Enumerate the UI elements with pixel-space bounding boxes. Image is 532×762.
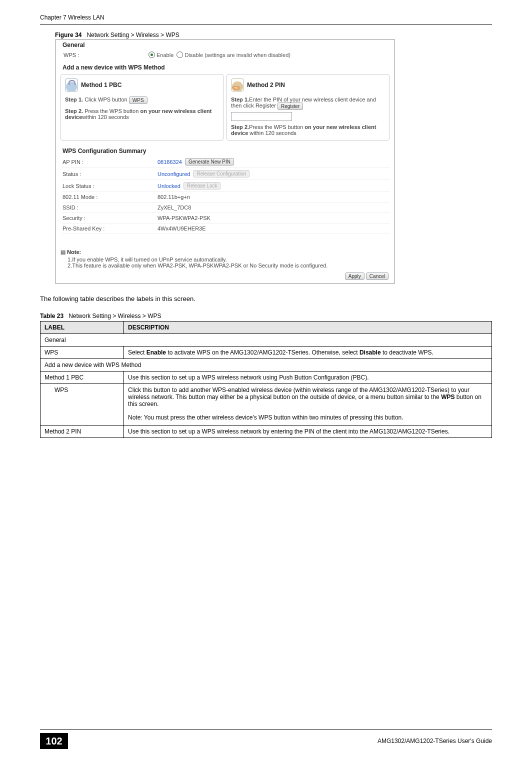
note-line-2: 2.This feature is available only when WP…	[68, 262, 390, 268]
table-title: Network Setting > Wireless > WPS	[68, 312, 161, 320]
body-text: The following table describes the labels…	[40, 294, 492, 304]
register-button[interactable]: Register	[278, 102, 303, 110]
footer-rule	[40, 730, 492, 730]
summary-value: 08186324	[158, 159, 182, 165]
note-line-1: 1.If you enable WPS, it will turned on U…	[68, 256, 390, 262]
cancel-button[interactable]: Cancel	[366, 272, 388, 280]
table-row: Method 2 PINUse this section to set up a…	[40, 425, 492, 438]
footer-guide-title: AMG1302/AMG1202-TSeries User's Guide	[74, 738, 492, 744]
summary-action-button: Release Configuration	[193, 170, 250, 178]
section-general-title: General	[62, 42, 392, 48]
table-label-cell: Method 1 PBC	[40, 372, 124, 384]
header-rule	[40, 24, 492, 24]
summary-title: WPS Configuration Summary	[62, 148, 390, 154]
method1-box: Method 1 PBC Step 1. Click WPS button WP…	[60, 74, 224, 140]
wps-button[interactable]: WPS	[129, 96, 148, 104]
summary-row: AP PIN :08186324Generate New PIN	[62, 156, 390, 168]
summary-row: Lock Status :UnlockedRelease Lock	[62, 180, 390, 192]
summary-row: SSID :ZyXEL_7DC8	[62, 202, 390, 213]
method2-box: Method 2 PIN Step 1.Enter the PIN of you…	[226, 74, 390, 140]
summary-action-button[interactable]: Generate New PIN	[185, 158, 234, 166]
lock-pin-icon	[231, 78, 244, 92]
summary-value: 802.11b+g+n	[158, 194, 190, 200]
figure-title: Network Setting > Wireless > WPS	[86, 32, 179, 38]
figure-caption: Figure 34 Network Setting > Wireless > W…	[55, 32, 492, 38]
summary-label: Pre-Shared Key :	[62, 226, 158, 232]
table-label-cell: Method 2 PIN	[40, 425, 124, 438]
table-number: Table 23	[40, 312, 64, 320]
table-desc-cell: Click this button to add another WPS-ena…	[124, 384, 492, 425]
note-heading: Note:	[60, 249, 390, 256]
enable-text: Enable	[156, 52, 174, 58]
col-description: DESCRIPTION	[124, 322, 492, 334]
summary-row: Pre-Shared Key :4Wx4WU9EHER3E	[62, 224, 390, 234]
wps-field-row: WPS : Enable Disable (settings are inval…	[64, 52, 392, 58]
table-label-cell: WPS	[40, 346, 124, 359]
description-table: LABEL DESCRIPTION GeneralWPSSelect Enabl…	[40, 321, 492, 438]
summary-value: Unconfigured	[158, 171, 190, 177]
m1-step2a: Press the WPS button	[83, 108, 140, 114]
page-number: 102	[40, 733, 68, 749]
summary-value: ZyXEL_7DC8	[158, 204, 191, 210]
summary-label: Status :	[62, 171, 158, 177]
m2-step1-prefix: Step 1.	[231, 96, 249, 102]
section-add-device-title: Add a new device with WPS Method	[62, 64, 392, 71]
table-row: Add a new device with WPS Method	[40, 359, 492, 372]
table-caption: Table 23 Network Setting > Wireless > WP…	[40, 312, 492, 320]
m2-step2a: Press the WPS button	[249, 124, 304, 130]
summary-value: Unlocked	[158, 183, 180, 189]
summary-row: Security :WPA-PSKWPA2-PSK	[62, 213, 390, 224]
lock-open-icon	[65, 78, 78, 92]
summary-value: 4Wx4WU9EHER3E	[158, 226, 206, 232]
summary-label: 802.11 Mode :	[62, 194, 158, 200]
summary-label: Lock Status :	[62, 183, 158, 189]
method1-title: Method 1 PBC	[81, 82, 122, 88]
method2-step2: Step 2.Press the WPS button on your new …	[231, 124, 385, 136]
m2-step2b: within 120 seconds	[248, 130, 296, 136]
m2-step2-prefix: Step 2.	[231, 124, 249, 130]
pin-input[interactable]	[231, 112, 292, 121]
method2-step1: Step 1.Enter the PIN of your new wireles…	[231, 96, 385, 110]
radio-enable[interactable]	[148, 52, 155, 58]
summary-label: Security :	[62, 215, 158, 221]
radio-disable[interactable]	[176, 52, 183, 58]
m1-step2-prefix: Step 2.	[65, 108, 83, 114]
method2-title: Method 2 PIN	[247, 82, 285, 88]
table-row: WPSClick this button to add another WPS-…	[40, 384, 492, 425]
summary-row: 802.11 Mode :802.11b+g+n	[62, 192, 390, 202]
table-desc-cell: Use this section to set up a WPS wireles…	[124, 372, 492, 384]
summary-row: Status :UnconfiguredRelease Configuratio…	[62, 168, 390, 180]
summary-label: AP PIN :	[62, 159, 158, 165]
summary-label: SSID :	[62, 204, 158, 210]
summary-value: WPA-PSKWPA2-PSK	[158, 215, 210, 221]
m2-step1-text: Enter the PIN of your new wireless clien…	[231, 96, 376, 108]
figure-number: Figure 34	[55, 32, 82, 38]
m1-step1-text: Click WPS button	[83, 96, 128, 102]
disable-text: Disable (settings are invalid when disab…	[184, 52, 290, 58]
apply-button[interactable]: Apply	[345, 272, 364, 280]
wps-screenshot: General WPS : Enable Disable (settings a…	[55, 40, 395, 284]
table-row: Method 1 PBCUse this section to set up a…	[40, 372, 492, 384]
table-desc-cell: Select Enable to activate WPS on the AMG…	[124, 346, 492, 359]
method1-step2: Step 2. Press the WPS button on your new…	[65, 108, 219, 120]
col-label: LABEL	[40, 322, 124, 334]
table-row: General	[40, 334, 492, 346]
method1-step1: Step 1. Click WPS button WPS	[65, 96, 219, 104]
m1-step1-prefix: Step 1.	[65, 96, 83, 102]
m1-step2b: within 120 seconds	[82, 114, 129, 120]
table-row: WPSSelect Enable to activate WPS on the …	[40, 346, 492, 359]
wps-label: WPS :	[64, 52, 148, 58]
table-desc-cell: Use this section to set up a WPS wireles…	[124, 425, 492, 438]
running-header: Chapter 7 Wireless LAN	[40, 14, 492, 21]
table-section-cell: General	[40, 334, 492, 346]
table-label-cell: WPS	[40, 384, 124, 425]
summary-action-button: Release Lock	[184, 182, 221, 190]
table-section-cell: Add a new device with WPS Method	[40, 359, 492, 372]
